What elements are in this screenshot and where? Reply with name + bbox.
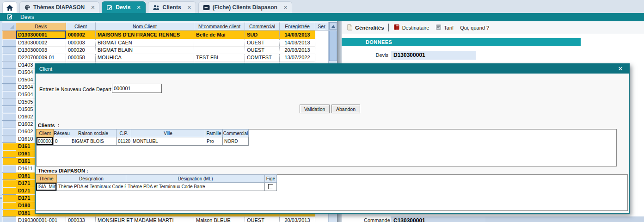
grid-cell[interactable]: Maison BLEUE — [194, 217, 245, 222]
row-selector[interactable] — [2, 76, 16, 84]
tab-destinataire[interactable]: Destinataire — [390, 22, 433, 33]
grid-cell[interactable]: Belle de Mai — [194, 31, 245, 39]
table-row[interactable]: ISIA_MiniThème PDA et Terminaux Code Bar… — [36, 183, 277, 191]
grid-cell[interactable]: 13/07/2022 — [280, 54, 315, 62]
grid-cell[interactable] — [194, 47, 245, 54]
grid-cell[interactable]: Thème PDA et Terminaux Code Barre — [126, 183, 265, 191]
tab-tarif[interactable]: Tarif — [432, 22, 457, 33]
table-row[interactable]: D130300003000020BIGMAT BLAINOUEST20/03/2… — [2, 47, 328, 54]
column-header-c-p[interactable]: C.P. — [117, 129, 131, 137]
tab-clients[interactable]: Clients✕ — [148, 1, 196, 13]
row-selector[interactable] — [2, 121, 16, 128]
tab-qui-quand[interactable]: Qui, quand ? — [457, 22, 492, 33]
row-selector[interactable] — [2, 187, 16, 195]
grid-cell[interactable] — [265, 183, 277, 191]
grid-cell[interactable]: 01120 — [117, 137, 131, 146]
row-selector[interactable] — [2, 62, 16, 69]
column-header-th-me[interactable]: Thème — [36, 174, 57, 183]
row-selector[interactable] — [2, 69, 16, 76]
column-header-nom-client[interactable]: Nom Client — [96, 22, 194, 31]
table-row[interactable]: D130300001000002MAISONS D'EN FRANCE RENN… — [2, 31, 328, 39]
row-selector[interactable] — [2, 210, 16, 217]
column-header-d-signation[interactable]: Désignation — [57, 174, 126, 183]
row-selector[interactable] — [2, 165, 16, 173]
close-icon[interactable]: ✕ — [617, 64, 624, 74]
grid-cell[interactable]: MAISONS D'EN FRANCE RENNES — [96, 31, 194, 39]
scroll-up-arrow-icon[interactable] — [329, 22, 337, 30]
row-selector[interactable] — [2, 136, 16, 143]
grid-cell[interactable]: 000003 — [66, 39, 96, 47]
tab-g-n-ralit-s[interactable]: Généralités — [343, 22, 387, 33]
grid-cell[interactable]: 000002 — [66, 31, 96, 39]
row-selector[interactable] — [2, 47, 16, 54]
grid-cell[interactable]: OUEST — [245, 39, 280, 47]
tab-devis[interactable]: Devis✕ — [102, 1, 145, 13]
table-row[interactable]: 0000010BIGMAT BLOIS01120MONTLUELProNORD — [36, 137, 249, 146]
grid-cell[interactable]: D130300002 — [16, 39, 66, 47]
row-selector[interactable] — [2, 195, 16, 202]
column-header-ser[interactable]: Ser — [315, 22, 328, 31]
row-selector[interactable] — [2, 84, 16, 91]
home-tab[interactable] — [2, 1, 17, 13]
fige-checkbox[interactable] — [268, 184, 273, 189]
column-header-n-commande-client[interactable]: N°commande client — [194, 22, 245, 31]
tab-th-mes-diapason[interactable]: Thèmes DIAPASON✕ — [19, 1, 99, 13]
table-row[interactable]: D220700009-01000058MOUHICATEST FBICOMTES… — [2, 54, 328, 62]
row-selector[interactable] — [2, 180, 16, 187]
table-row[interactable]: D190300001-001000033MONSIEUR ET MADAME M… — [2, 217, 328, 222]
row-selector[interactable] — [2, 39, 16, 47]
grid-cell[interactable]: COMTEST — [245, 54, 280, 62]
scrollbar-thumb[interactable] — [329, 31, 337, 61]
grid-cell[interactable]: 14/03/2013 — [280, 31, 315, 39]
column-header-commercial[interactable]: Commercial — [223, 129, 249, 137]
grid-cell[interactable]: 000001 — [36, 137, 54, 146]
column-header-r-seau[interactable]: Réseau — [54, 129, 70, 137]
grid-cell[interactable]: BIGMAT CAEN — [96, 39, 194, 47]
column-header-famille[interactable]: Famille — [205, 129, 223, 137]
row-selector[interactable] — [2, 158, 16, 165]
grid-cell[interactable]: MONSIEUR ET MADAME MARTI — [96, 217, 194, 222]
grid-cell[interactable]: NORD — [223, 137, 249, 146]
commande-field-value[interactable]: C130300001 — [391, 216, 485, 222]
column-header-client[interactable]: Client — [66, 22, 96, 31]
grid-cell[interactable]: 20/03/2013 — [280, 217, 315, 222]
column-header-devis[interactable]: Devis — [16, 22, 66, 31]
code-depart-input[interactable] — [112, 84, 162, 93]
column-header-commercial[interactable]: Commercial — [245, 22, 280, 31]
tab-close-icon[interactable]: ✕ — [283, 5, 288, 11]
grid-cell[interactable]: D220700009-01 — [16, 54, 66, 62]
grid-cell[interactable]: 20/03/2013 — [280, 47, 315, 54]
row-selector[interactable] — [2, 173, 16, 180]
grid-cell[interactable]: 000020 — [66, 47, 96, 54]
grid-cell[interactable]: D130300001 — [16, 31, 66, 39]
grid-cell[interactable]: Thème PDA et Terminaux Code Barre — [57, 183, 126, 191]
grid-cell[interactable]: 000033 — [66, 217, 96, 222]
row-selector[interactable] — [2, 99, 16, 106]
column-header-raison-sociale[interactable]: Raison sociale — [70, 129, 117, 137]
grid-cell[interactable]: D190300001-001 — [16, 217, 66, 222]
tab-close-icon[interactable]: ✕ — [136, 5, 141, 11]
column-header-ville[interactable]: Ville — [131, 129, 205, 137]
row-selector[interactable] — [2, 150, 16, 158]
abandon-button[interactable]: Abandon — [331, 105, 360, 113]
tab-close-icon[interactable]: ✕ — [187, 5, 191, 11]
grid-cell[interactable]: OUEST — [245, 47, 280, 54]
row-selector[interactable] — [2, 128, 16, 136]
row-selector[interactable] — [2, 31, 16, 39]
grid-cell[interactable] — [194, 39, 245, 47]
grid-cell[interactable]: 000058 — [66, 54, 96, 62]
row-selector[interactable] — [2, 91, 16, 99]
row-selector[interactable] — [2, 217, 16, 222]
grid-cell[interactable]: Pro — [205, 137, 223, 146]
grid-corner-cell[interactable] — [2, 22, 16, 31]
row-selector[interactable] — [2, 113, 16, 121]
column-header-fig[interactable]: Figé — [265, 174, 277, 183]
row-selector[interactable] — [2, 106, 16, 113]
grid-cell[interactable]: OUEST — [245, 217, 280, 222]
table-row[interactable]: D130300002000003BIGMAT CAENOUEST14/03/20… — [2, 39, 328, 47]
grid-cell[interactable]: MONTLUEL — [131, 137, 205, 146]
tab-fiche-clients-diapason[interactable]: (Fiche) Clients Diapason✕ — [198, 1, 292, 13]
grid-cell[interactable]: BIGMAT BLOIS — [70, 137, 117, 146]
tab-close-icon[interactable]: ✕ — [91, 5, 95, 11]
grid-cell[interactable]: MOUHICA — [96, 54, 194, 62]
